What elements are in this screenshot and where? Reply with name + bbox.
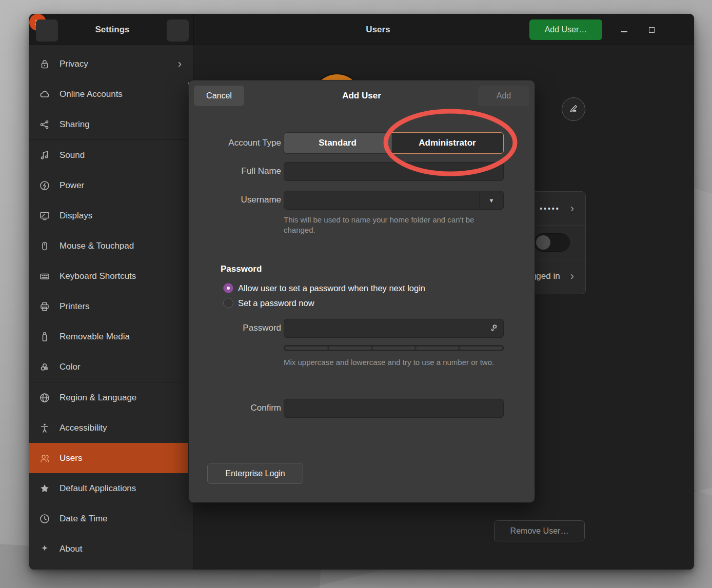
- sidebar-item-default-applications[interactable]: Default Applications ›: [29, 473, 193, 503]
- clock-icon: [38, 513, 51, 525]
- page-title: Users: [193, 14, 563, 45]
- radio-password-next-login[interactable]: Allow user to set a password when they n…: [223, 283, 425, 293]
- sidebar-item-mouse-touchpad[interactable]: Mouse & Touchpad ›: [29, 231, 193, 261]
- sidebar-item-label: Displays: [60, 211, 186, 221]
- globe-icon: [38, 392, 51, 404]
- enterprise-login-button[interactable]: Enterprise Login: [207, 463, 303, 484]
- desktop: Settings Users Add User… × Privacy › Onl…: [0, 0, 712, 588]
- automatic-login-toggle[interactable]: [534, 233, 570, 252]
- username-help-text: This will be used to name your home fold…: [284, 215, 501, 235]
- username-label: Username: [191, 194, 281, 206]
- strength-segment: [372, 347, 415, 350]
- sidebar-item-label: Sound: [60, 150, 186, 160]
- strength-segment: [416, 347, 459, 350]
- usb-icon: [38, 331, 51, 343]
- username-dropdown-button[interactable]: ▼: [479, 191, 503, 209]
- chevron-right-icon: ›: [570, 271, 574, 282]
- lock-icon: [38, 58, 51, 70]
- users-icon: [38, 452, 51, 464]
- password-section-heading: Password: [221, 264, 262, 274]
- confirm-label: Confirm: [191, 402, 281, 414]
- sidebar-item-sharing[interactable]: Sharing ›: [29, 109, 193, 139]
- account-type-administrator-button[interactable]: Administrator: [391, 132, 504, 154]
- sidebar-item-date-time[interactable]: Date & Time ›: [29, 503, 193, 534]
- sidebar: Privacy › Online Accounts › Sharing › So…: [29, 45, 193, 570]
- search-button[interactable]: [36, 19, 58, 42]
- app-title: Settings: [58, 14, 167, 45]
- strength-segment: [329, 347, 371, 350]
- sidebar-item-displays[interactable]: Displays ›: [29, 200, 193, 231]
- sidebar-item-users[interactable]: Users ›: [29, 443, 193, 473]
- accessibility-icon: [38, 422, 51, 434]
- sidebar-item-region-language[interactable]: Region & Language ›: [29, 382, 193, 413]
- full-name-label: Full Name: [191, 166, 281, 177]
- toggle-knob: [536, 235, 550, 250]
- generate-password-gears-icon: [489, 323, 499, 334]
- sidebar-item-color[interactable]: Color ›: [29, 352, 193, 382]
- sidebar-item-label: Accessibility: [60, 423, 186, 433]
- strength-segment: [460, 347, 502, 350]
- star-icon: [38, 482, 51, 495]
- sidebar-item-keyboard-shortcuts[interactable]: Keyboard Shortcuts ›: [29, 261, 193, 291]
- sidebar-item-power[interactable]: Power ›: [29, 170, 193, 200]
- username-combo: ▼: [284, 191, 504, 210]
- chevron-right-icon: ›: [570, 203, 574, 214]
- radio-label: Set a password now: [238, 298, 314, 308]
- password-label: Password: [191, 322, 281, 334]
- sidebar-item-label: Privacy: [60, 59, 178, 69]
- add-button[interactable]: Add: [478, 86, 529, 106]
- sparkle-icon: [38, 543, 51, 555]
- sidebar-item-about[interactable]: About ›: [29, 534, 193, 564]
- sidebar-item-accessibility[interactable]: Accessibility ›: [29, 413, 193, 443]
- maximize-button[interactable]: [643, 22, 660, 38]
- generate-password-button[interactable]: [484, 319, 503, 337]
- minimize-button[interactable]: [616, 22, 632, 38]
- password-hint-text: Mix uppercase and lowercase and try to u…: [284, 357, 501, 368]
- add-user-dialog: Cancel Add User Add Account Type Standar…: [189, 80, 535, 502]
- color-icon: [38, 361, 51, 373]
- password-field: [284, 319, 504, 338]
- minimize-icon: [621, 31, 627, 32]
- account-type-segmented-control: Standard Administrator: [284, 132, 504, 154]
- radio-set-password-now[interactable]: Set a password now: [223, 298, 314, 308]
- radio-label: Allow user to set a password when they n…: [238, 283, 425, 293]
- edit-avatar-button[interactable]: [562, 97, 585, 121]
- sidebar-item-label: Sharing: [60, 119, 186, 130]
- menu-button[interactable]: [167, 19, 189, 42]
- sidebar-list: Privacy › Online Accounts › Sharing › So…: [29, 49, 193, 564]
- sidebar-item-privacy[interactable]: Privacy ›: [29, 49, 193, 79]
- sidebar-item-printers[interactable]: Printers ›: [29, 291, 193, 321]
- confirm-password-input[interactable]: [284, 399, 504, 418]
- strength-segment: [285, 347, 328, 350]
- caret-down-icon: ▼: [489, 197, 495, 204]
- cancel-button[interactable]: Cancel: [194, 86, 244, 106]
- display-icon: [38, 210, 51, 222]
- sidebar-item-label: Printers: [60, 301, 186, 312]
- share-icon: [38, 118, 51, 131]
- power-icon: [38, 179, 51, 192]
- sidebar-item-label: About: [60, 544, 186, 554]
- sidebar-item-label: Mouse & Touchpad: [60, 241, 186, 251]
- settings-window: Settings Users Add User… × Privacy › Onl…: [29, 14, 694, 570]
- chevron-right-icon: ›: [178, 58, 182, 70]
- add-user-button[interactable]: Add User…: [529, 19, 602, 40]
- sidebar-item-label: Region & Language: [60, 393, 186, 403]
- radio-selected-icon: [223, 283, 233, 293]
- sidebar-item-label: Power: [60, 180, 186, 191]
- password-dots: •••••: [540, 205, 560, 213]
- account-type-standard-button[interactable]: Standard: [284, 132, 391, 154]
- sidebar-item-sound[interactable]: Sound ›: [29, 140, 193, 170]
- sidebar-item-removable-media[interactable]: Removable Media ›: [29, 321, 193, 352]
- full-name-input[interactable]: [284, 162, 504, 181]
- sidebar-item-label: Keyboard Shortcuts: [60, 271, 186, 281]
- password-strength-meter: [284, 345, 504, 351]
- password-input[interactable]: [284, 324, 484, 333]
- radio-unselected-icon: [223, 298, 233, 308]
- sidebar-item-label: Date & Time: [60, 514, 186, 524]
- pencil-icon: [568, 103, 579, 116]
- account-type-label: Account Type: [191, 137, 281, 149]
- printer-icon: [38, 300, 51, 313]
- remove-user-button[interactable]: Remove User…: [494, 520, 585, 541]
- sidebar-item-online-accounts[interactable]: Online Accounts ›: [29, 79, 193, 109]
- username-input[interactable]: [284, 191, 479, 209]
